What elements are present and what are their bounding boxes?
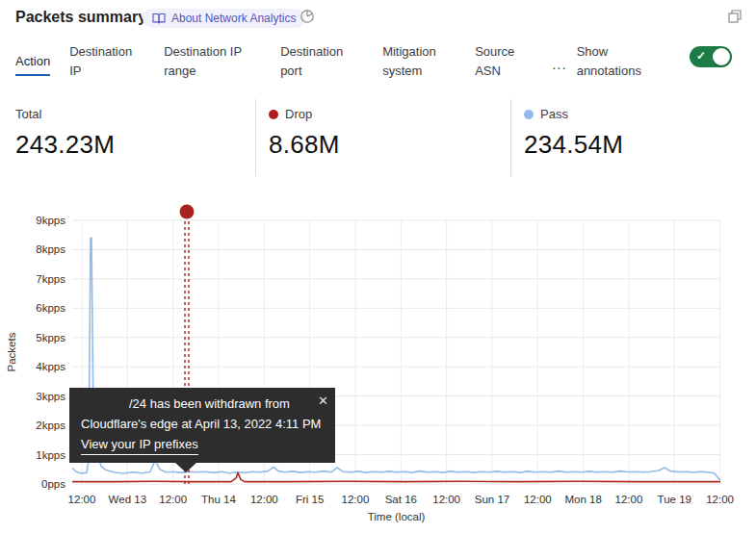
x-tick-label: 12:00 [615,494,643,505]
y-tick-label: 5kpps [36,332,65,343]
x-tick-label: 12:00 [159,494,187,505]
view-ip-prefixes-link[interactable]: View your IP prefixes [81,435,198,456]
tooltip-caret [174,462,197,472]
stat-pass-value: 234.54M [524,130,756,160]
series-line-drop [72,472,720,481]
tab-mitigation-system[interactable]: Mitigation system [382,42,450,81]
x-tick-label: Thu 14 [201,494,236,505]
tooltip-line1: /24 has been withdrawn from [81,394,324,415]
y-tick-label: 0pps [41,478,65,490]
tab-action[interactable]: Action [15,52,50,76]
about-network-analytics-badge[interactable]: About Network Analytics [143,9,305,28]
tooltip-line2: Cloudflare's edge at April 13, 2022 4:11… [81,415,324,435]
stat-pass-label: Pass [540,107,568,121]
panel-header: Packets summary About Network Analytics [0,0,756,37]
book-icon [152,13,166,24]
x-tick-label: Wed 13 [109,494,146,505]
tab-source-asn[interactable]: Source ASN [475,42,521,81]
x-tick-label: 12:00 [250,494,278,505]
x-tick-label: 12:00 [342,494,370,505]
tab-destination-port[interactable]: Destination port [280,42,357,81]
x-tick-label: 12:00 [68,494,96,505]
chart-canvas[interactable]: 0pps1kpps2kpps3kpps4kpps5kpps6kpps7kpps8… [0,189,756,534]
close-icon[interactable]: ✕ [318,392,328,412]
x-tick-label: 12:00 [432,494,460,505]
stat-drop-value: 8.68M [269,130,510,160]
x-tick-label: Sat 16 [385,494,417,505]
stat-total-value: 243.23M [15,130,255,160]
y-tick-label: 4kpps [36,361,65,372]
y-tick-label: 2kpps [36,420,65,431]
drop-series-dot [269,110,278,119]
x-tick-label: Sun 17 [475,494,509,505]
stat-drop: Drop 8.68M [255,99,510,176]
annotation-marker-dot[interactable] [180,205,195,219]
x-axis-title: Time (local) [368,511,426,522]
y-tick-label: 3kpps [36,391,65,402]
x-tick-label: 12:00 [706,494,734,505]
toggle-knob [713,48,730,65]
y-tick-label: 6kpps [36,302,65,314]
dimension-tabs: Action Destination IP Destination IP ran… [15,42,747,81]
x-tick-label: 12:00 [524,494,552,505]
tabs-overflow-menu[interactable]: ... [552,56,567,72]
summary-stats: Total 243.23M Drop 8.68M Pass 234.54M [0,99,756,176]
x-tick-label: Tue 19 [658,494,691,505]
y-tick-label: 7kpps [36,273,65,285]
y-tick-label: 1kpps [36,449,65,461]
show-annotations-label: Show annotations [577,42,656,81]
show-annotations-toggle[interactable]: ✓ [690,46,732,67]
stat-pass: Pass 234.54M [510,99,756,176]
stat-drop-label: Drop [285,107,312,121]
badge-label: About Network Analytics [171,12,296,25]
toggle-check-icon: ✓ [696,49,706,63]
page-title: Packets summary [15,9,146,26]
annotation-tooltip: ✕ /24 has been withdrawn from Cloudflare… [69,388,335,463]
stat-total: Total 243.23M [0,99,255,176]
tab-destination-ip-range[interactable]: Destination IP range [164,42,255,81]
stat-total-label: Total [15,107,41,121]
pass-series-dot [524,110,534,119]
y-tick-label: 9kpps [36,215,65,226]
x-tick-label: Mon 18 [564,494,601,505]
packets-time-series-chart: 0pps1kpps2kpps3kpps4kpps5kpps6kpps7kpps8… [0,189,756,534]
time-period-pie-icon[interactable] [300,9,315,24]
y-axis-title: Packets [6,332,17,371]
y-tick-label: 8kpps [36,243,65,255]
tab-destination-ip[interactable]: Destination IP [69,42,139,81]
expand-window-icon[interactable] [727,9,743,24]
x-tick-label: Fri 15 [296,494,324,505]
